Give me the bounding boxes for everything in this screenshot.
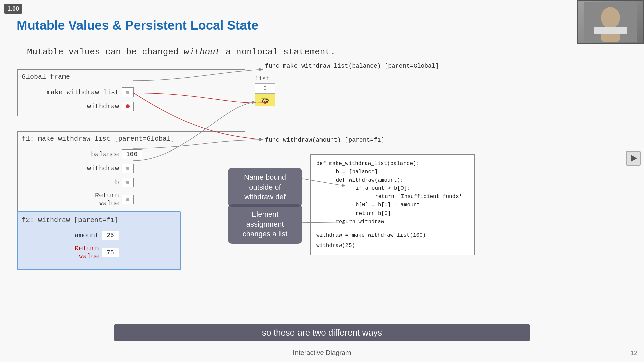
code-line-2: def withdraw(amount): [316,176,469,185]
code-line-7: return withdraw [316,218,469,226]
f2-return-cell: 75 [102,248,119,257]
frame-row-withdraw: withdraw [32,102,245,111]
list-label: list [255,75,275,82]
code-line-9: withdraw = make_withdraw_list(100) [316,231,469,240]
global-frame: Global frame make_withdraw_list withdraw [17,69,245,116]
page-number: 12 [631,350,637,357]
f2-frame: f2: withdraw [parent=f1] amount 25 Retur… [17,211,181,270]
code-line-5: b[0] = b[0] - amount [316,201,469,209]
list-cell-0: 0 [255,83,275,94]
webcam-feed [577,0,644,44]
make-withdraw-list-name: make_withdraw_list [32,88,119,96]
list-cell-1: 75 [255,94,275,106]
subtitle-text: Mutable values can be changed without a … [27,47,336,57]
svg-rect-5 [594,27,627,34]
f1-row-return: Returnvalue [32,192,245,208]
code-box: def make_withdraw_list(balance): b = [ba… [310,154,475,255]
f2-frame-rows: amount 25 Returnvalue 75 [32,231,180,261]
caption-bar: so these are two different ways [114,324,530,341]
f2-row-return: Returnvalue 75 [32,245,180,261]
code-line-10: withdraw(25) [316,242,469,250]
code-line-0: def make_withdraw_list(balance): [316,160,469,168]
code-line-1: b = [balance] [316,168,469,176]
f1-return-pointer [126,198,129,201]
make-withdraw-list-cell [122,87,134,97]
global-frame-label: Global frame [22,73,245,81]
func-label-1: func make_withdraw_list(balance) [parent… [265,63,439,69]
bubble-element-assign: Element assignment changes a list [228,204,302,244]
f2-amount-cell: 25 [102,231,119,240]
withdraw-cell [122,102,134,111]
play-icon [631,155,637,162]
f2-frame-label: f2: withdraw [parent=f1] [22,216,180,224]
interactive-diagram-label: Interactive Diagram [0,349,644,357]
f1-frame-rows: balance 100 withdraw b Returnvalue [32,149,245,208]
bubble-name-bound: Name bound outside of withdraw def [228,168,302,207]
play-button[interactable] [626,151,641,166]
subtitle-prefix: Mutable values can be changed [27,47,184,57]
list-cells: 0 75 [255,83,275,106]
f1-b-pointer [126,181,129,184]
f1-withdraw-cell [122,164,134,173]
withdraw-name: withdraw [32,103,119,110]
subtitle-italic: without [184,47,220,57]
f1-return-cell [122,195,134,204]
code-line-4: return 'Insufficient funds' [316,193,469,201]
f1-balance-cell: 100 [122,149,142,159]
func-label-2: func withdraw(amount) [parent=f1] [265,137,384,143]
slide-title: Mutable Values & Persistent Local State [17,18,258,33]
svg-point-3 [601,7,620,28]
f1-b-name: b [32,179,119,186]
f1-withdraw-name: withdraw [32,165,119,172]
f2-return-name: Returnvalue [32,245,99,261]
f1-frame-label: f1: make_withdraw_list [parent=Global] [22,135,245,143]
playback-indicator: 1.00 [4,4,22,14]
f1-withdraw-pointer [126,167,129,170]
f2-amount-name: amount [32,232,99,239]
divider [17,37,627,37]
f1-b-cell [122,178,134,187]
f1-row-balance: balance 100 [32,149,245,159]
f1-return-name: Returnvalue [32,192,119,208]
global-frame-rows: make_withdraw_list withdraw [32,87,245,111]
f1-frame: f1: make_withdraw_list [parent=Global] b… [17,131,245,213]
webcam-inner [578,1,643,43]
subtitle-suffix: a nonlocal statement. [220,47,335,57]
make-withdraw-list-pointer [126,90,129,94]
f1-balance-name: balance [32,150,119,158]
code-line-3: if amount > b[0]: [316,184,469,193]
f1-row-withdraw: withdraw [32,164,245,173]
f1-row-b: b [32,178,245,187]
f2-row-amount: amount 25 [32,231,180,240]
code-line-6: return b[0] [316,209,469,218]
withdraw-pointer [126,104,130,108]
frame-row-make-withdraw-list: make_withdraw_list [32,87,245,97]
list-box: list 0 75 [255,75,275,106]
diagram-area: Global frame make_withdraw_list withdraw… [17,65,627,345]
